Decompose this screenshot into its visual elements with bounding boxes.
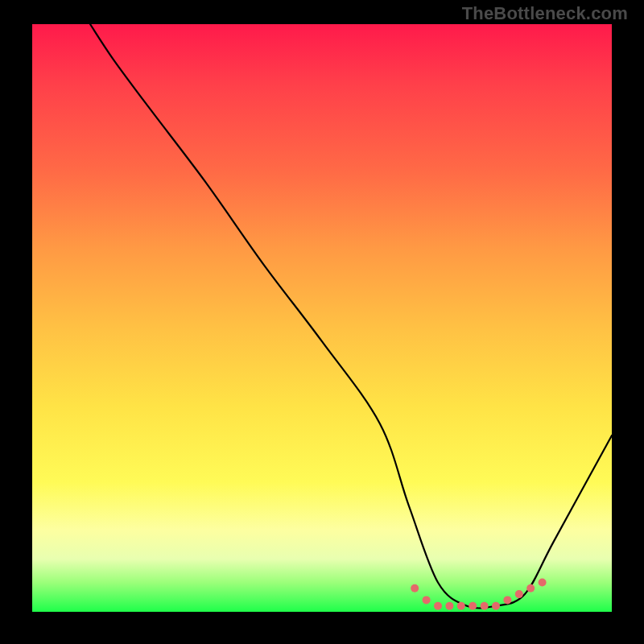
bottleneck-curve [90,24,612,609]
plot-area [32,24,612,612]
highlight-dot [503,596,511,604]
highlight-dot [526,584,535,592]
highlight-dot [539,579,547,587]
highlight-dot [481,602,489,610]
highlight-dot [469,602,477,610]
highlight-dot [423,596,431,604]
highlight-dot [515,590,523,598]
highlight-dot [457,602,465,610]
highlight-dot [445,602,453,610]
highlight-dot [492,602,500,610]
chart-frame: TheBottleneck.com [0,0,644,644]
highlight-dot [434,602,442,610]
highlight-dot [411,584,419,592]
watermark-text: TheBottleneck.com [462,3,628,24]
curve-svg [32,24,612,612]
